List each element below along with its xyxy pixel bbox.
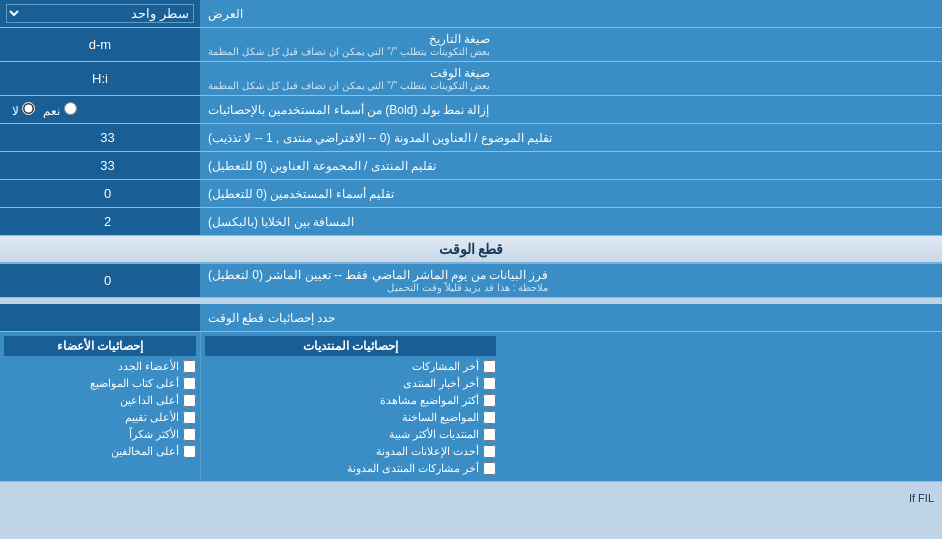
bold-radio-group: نعم لا (6, 102, 83, 118)
stats-item-last-posts: أخر المشاركات (205, 358, 496, 375)
stats-columns-container: إحصائيات المنتديات أخر المشاركات أخر أخب… (0, 332, 942, 482)
bold-remove-label: إزالة نمط بولد (Bold) من أسماء المستخدمي… (200, 96, 942, 123)
username-trim-label: تقليم أسماء المستخدمين (0 للتعطيل) (200, 180, 942, 207)
date-format-input-container: d-m (0, 28, 200, 61)
label-hot-topics: المواضيع الساخنة (402, 411, 479, 424)
stats-col-members: إحصائيات الأعضاء الأعضاء الجدد أعلى كتاب… (0, 332, 200, 481)
checkbox-forum-news[interactable] (483, 377, 496, 390)
stats-item-top-writers: أعلى كتاب المواضيع (4, 375, 196, 392)
stats-header-row: حدد إحصائيات قطع الوقت (0, 304, 942, 332)
time-format-main: صيغة الوقت (430, 66, 490, 80)
bottom-note: If FIL (0, 488, 942, 508)
stats-item-top-violators: أعلى المخالفين (4, 443, 196, 460)
stats-header-right (0, 304, 200, 331)
checkbox-top-violators[interactable] (183, 445, 196, 458)
cell-spacing-input-container (0, 208, 200, 235)
username-trim-input[interactable] (6, 186, 194, 201)
label-forum-news: أخر أخبار المنتدى (403, 377, 479, 390)
stats-header-label: حدد إحصائيات قطع الوقت (200, 304, 942, 331)
stats-item-most-thanks: الأكثر شكراً (4, 426, 196, 443)
label-last-posts: أخر المشاركات (412, 360, 479, 373)
bold-remove-radio-container: نعم لا (0, 96, 200, 123)
radio-yes-label: نعم (43, 102, 76, 118)
checkbox-top-rated[interactable] (183, 411, 196, 424)
checkbox-hot-topics[interactable] (483, 411, 496, 424)
forum-order-row: تقليم المنتدى / المجموعة العناوين (0 للت… (0, 152, 942, 180)
checkbox-latest-announces[interactable] (483, 445, 496, 458)
forum-order-label: تقليم المنتدى / المجموعة العناوين (0 للت… (200, 152, 942, 179)
topic-order-label: تقليم الموضوع / العناوين المدونة (0 -- ا… (200, 124, 942, 151)
username-trim-input-container (0, 180, 200, 207)
filter-old-input-container (0, 264, 200, 297)
date-format-input[interactable]: d-m (6, 37, 194, 52)
label-new-members: الأعضاء الجدد (118, 360, 179, 373)
stats-item-top-rated: الأعلى تقييم (4, 409, 196, 426)
filter-old-sub: ملاحظة : هذا قد يزيد قليلاً وقت التحميل (208, 282, 548, 293)
filter-old-row: فرز البيانات من يوم الماشر الماضي فقط --… (0, 264, 942, 298)
forum-order-text: تقليم المنتدى / المجموعة العناوين (0 للت… (208, 159, 436, 173)
header-row: العرض سطر واحد متعدد الأسطر (0, 0, 942, 28)
label-latest-announces: أحدث الإعلانات المدونة (376, 445, 479, 458)
stats-members-header: إحصائيات الأعضاء (4, 336, 196, 356)
date-format-row: صيغة التاريخ بعض التكوينات يتطلب "/" الت… (0, 28, 942, 62)
topic-order-row: تقليم الموضوع / العناوين المدونة (0 -- ا… (0, 124, 942, 152)
topic-order-input[interactable] (6, 130, 194, 145)
stats-item-last-forum-posts: أخر مشاركات المنتدى المدونة (205, 460, 496, 477)
time-format-input-container: H:i (0, 62, 200, 95)
stats-empty-area (500, 332, 942, 481)
topic-order-input-container (0, 124, 200, 151)
checkbox-last-posts[interactable] (483, 360, 496, 373)
single-line-select[interactable]: سطر واحد متعدد الأسطر (6, 4, 194, 23)
stats-forums-title: إحصائيات المنتديات (303, 339, 398, 353)
forum-order-input-container (0, 152, 200, 179)
radio-no-label: لا (12, 102, 35, 118)
stats-col-forums: إحصائيات المنتديات أخر المشاركات أخر أخب… (200, 332, 500, 481)
radio-yes[interactable] (64, 102, 77, 115)
stats-item-latest-announces: أحدث الإعلانات المدونة (205, 443, 496, 460)
checkbox-most-similar[interactable] (483, 428, 496, 441)
label-top-writers: أعلى كتاب المواضيع (90, 377, 179, 390)
label-most-viewed: أكثر المواضيع مشاهدة (380, 394, 479, 407)
time-format-label: صيغة الوقت بعض التكوينات يتطلب "/" التي … (200, 62, 942, 95)
time-format-input[interactable]: H:i (6, 71, 194, 86)
radio-no[interactable] (22, 102, 35, 115)
stats-item-new-members: الأعضاء الجدد (4, 358, 196, 375)
filter-old-input[interactable] (6, 273, 194, 288)
stats-forums-header: إحصائيات المنتديات (205, 336, 496, 356)
stats-item-top-referrers: أعلى الداعين (4, 392, 196, 409)
cell-spacing-text: المسافة بين الخلايا (بالبكسل) (208, 215, 354, 229)
date-format-main: صيغة التاريخ (429, 32, 490, 46)
cutoff-section-header: قطع الوقت (0, 236, 942, 264)
checkbox-most-thanks[interactable] (183, 428, 196, 441)
filter-old-label: فرز البيانات من يوم الماشر الماضي فقط --… (200, 264, 942, 297)
checkbox-new-members[interactable] (183, 360, 196, 373)
stats-header-text: حدد إحصائيات قطع الوقت (208, 311, 335, 325)
filter-old-main: فرز البيانات من يوم الماشر الماضي فقط --… (208, 268, 548, 282)
time-format-row: صيغة الوقت بعض التكوينات يتطلب "/" التي … (0, 62, 942, 96)
time-format-sub: بعض التكوينات يتطلب "/" التي يمكن ان تضا… (208, 80, 490, 91)
page-title-label: العرض (200, 0, 942, 27)
stats-members-title: إحصائيات الأعضاء (57, 339, 143, 353)
stats-item-forum-news: أخر أخبار المنتدى (205, 375, 496, 392)
bold-remove-row: إزالة نمط بولد (Bold) من أسماء المستخدمي… (0, 96, 942, 124)
label-most-thanks: الأكثر شكراً (129, 428, 179, 441)
label-top-referrers: أعلى الداعين (120, 394, 179, 407)
topic-order-text: تقليم الموضوع / العناوين المدونة (0 -- ا… (208, 131, 552, 145)
cell-spacing-row: المسافة بين الخلايا (بالبكسل) (0, 208, 942, 236)
checkbox-most-viewed[interactable] (483, 394, 496, 407)
cell-spacing-input[interactable] (6, 214, 194, 229)
page-title: العرض (208, 7, 243, 21)
label-top-violators: أعلى المخالفين (111, 445, 179, 458)
cell-spacing-label: المسافة بين الخلايا (بالبكسل) (200, 208, 942, 235)
bold-remove-text: إزالة نمط بولد (Bold) من أسماء المستخدمي… (208, 103, 489, 117)
forum-order-input[interactable] (6, 158, 194, 173)
main-container: العرض سطر واحد متعدد الأسطر صيغة التاريخ… (0, 0, 942, 508)
checkbox-top-referrers[interactable] (183, 394, 196, 407)
bottom-note-text: If FIL (909, 492, 934, 504)
username-trim-row: تقليم أسماء المستخدمين (0 للتعطيل) (0, 180, 942, 208)
checkbox-last-forum-posts[interactable] (483, 462, 496, 475)
stats-item-most-similar: المنتديات الأكثر شبية (205, 426, 496, 443)
stats-item-most-viewed: أكثر المواضيع مشاهدة (205, 392, 496, 409)
checkbox-top-writers[interactable] (183, 377, 196, 390)
label-top-rated: الأعلى تقييم (125, 411, 179, 424)
